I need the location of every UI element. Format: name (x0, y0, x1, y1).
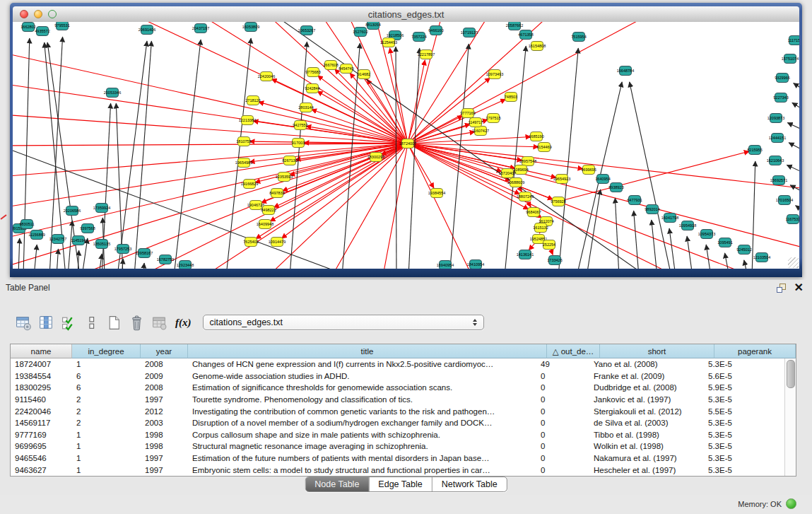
graph-node[interactable]: 8497833 (269, 189, 284, 198)
table-row[interactable]: 969969511998Structural magnetic resonanc… (11, 440, 785, 452)
import-table-icon[interactable] (151, 315, 167, 331)
graph-node[interactable]: 9699695 (581, 165, 596, 175)
table-select[interactable]: citations_edges.txt (203, 315, 484, 330)
graph-node[interactable]: 10954918 (679, 221, 696, 230)
network-canvas[interactable]: 1662802493557297955312069140620437197160… (13, 22, 799, 269)
graph-node[interactable]: 13505135 (93, 240, 110, 249)
select-all-icon[interactable] (61, 315, 77, 331)
graph-node[interactable]: 8454749 (339, 64, 353, 74)
graph-node[interactable]: 14136141 (517, 250, 534, 259)
graph-node[interactable]: 10914479 (269, 238, 286, 247)
show-columns-icon[interactable] (38, 315, 54, 331)
graph-node[interactable]: 19166829 (241, 180, 258, 189)
graph-node[interactable]: 22420046 (258, 72, 275, 81)
graph-node[interactable]: 2803144 (298, 103, 313, 112)
table-options-icon[interactable] (16, 315, 32, 331)
tab-network-table[interactable]: Network Table (433, 477, 507, 491)
graph-node[interactable]: 15692571 (770, 176, 787, 185)
tab-edge-table[interactable]: Edge Table (369, 477, 432, 491)
delete-table-icon[interactable] (129, 315, 145, 331)
graph-node[interactable]: 8813054 (365, 22, 380, 30)
graph-node[interactable]: 10688609 (507, 178, 524, 187)
graph-node[interactable]: 11607427 (472, 127, 489, 136)
tab-node-table[interactable]: Node Table (305, 477, 369, 491)
graph-node[interactable]: 9245012 (736, 245, 751, 255)
graph-node[interactable]: 12342757 (49, 235, 66, 244)
graph-node[interactable]: 748503 (505, 93, 517, 102)
graph-node[interactable]: 1149717 (468, 118, 483, 127)
graph-node[interactable]: 9397568 (80, 224, 95, 233)
graph-node[interactable]: 8498222 (261, 206, 276, 215)
graph-node[interactable]: 9684067 (526, 208, 541, 217)
graph-node[interactable]: 12444151 (769, 134, 786, 143)
graph-node[interactable]: 9227343 (773, 93, 788, 103)
graph-node[interactable]: 16210643 (767, 156, 784, 165)
graph-node[interactable]: 20206586 (64, 206, 81, 216)
graph-node[interactable]: 16940954 (437, 261, 454, 269)
vertical-scrollbar[interactable] (784, 358, 796, 476)
column-header-short[interactable]: short (600, 344, 714, 358)
graph-node[interactable]: 16648784 (617, 66, 634, 76)
graph-node[interactable]: 9154469 (536, 143, 551, 152)
graph-node[interactable]: 1662802 (20, 23, 35, 32)
table-row[interactable]: 1938455462009Genome-wide association stu… (11, 370, 785, 382)
graph-node[interactable]: 19654923 (553, 175, 570, 184)
graph-node[interactable]: 1640954 (595, 175, 610, 184)
column-header-name[interactable]: name (11, 344, 72, 358)
graph-node[interactable]: 16053809 (242, 23, 259, 32)
graph-node[interactable]: 10958167 (136, 249, 153, 258)
graph-node[interactable]: 8938923 (608, 183, 623, 192)
graph-node[interactable]: 9775683 (305, 68, 320, 77)
table-row[interactable]: 1456911722003Disruption of a novel membe… (11, 417, 785, 429)
graph-node[interactable]: 19654985 (235, 158, 252, 168)
table-row[interactable]: 946362711997Embryonic stem cells: a mode… (11, 464, 785, 476)
graph-node[interactable]: 914682 (358, 70, 370, 79)
close-panel-icon[interactable]: ✕ (794, 282, 804, 293)
graph-node[interactable]: 1527602 (353, 28, 367, 37)
graph-node[interactable]: 1095491 (717, 238, 732, 247)
graph-node[interactable]: 917003 (292, 139, 305, 148)
graph-node[interactable]: 16154808 (529, 42, 546, 51)
table-row[interactable]: 946554611997Estimation of the future num… (11, 452, 785, 465)
graph-node[interactable]: 1167533 (785, 215, 799, 224)
graph-node[interactable]: 16409948 (257, 220, 273, 229)
minimize-window-button[interactable] (34, 10, 42, 18)
window-titlebar[interactable]: citations_edges.txt (13, 6, 799, 23)
column-header-title[interactable]: title (188, 344, 547, 358)
graph-node[interactable]: 10973493 (486, 70, 503, 79)
graph-node[interactable]: 12103504 (753, 253, 770, 262)
graph-node[interactable]: 1685190 (529, 132, 543, 141)
graph-node[interactable]: 8215955 (747, 146, 762, 155)
table-row[interactable]: 1830029562008Estimation of significance … (11, 382, 785, 394)
graph-node[interactable]: 18300295 (367, 153, 384, 162)
graph-node[interactable]: 9756928 (551, 197, 565, 206)
graph-node[interactable]: 17359924 (93, 204, 110, 213)
graph-node[interactable]: 12213383 (239, 116, 256, 125)
graph-node[interactable]: 16041798 (661, 214, 678, 223)
column-header-year[interactable]: year (141, 344, 188, 358)
graph-node[interactable]: 12353593 (276, 173, 293, 182)
graph-node[interactable]: 9795531 (54, 22, 69, 30)
graph-node[interactable]: 18957548 (519, 157, 536, 166)
graph-node[interactable]: 10719135 (461, 28, 478, 37)
close-window-button[interactable] (20, 10, 28, 18)
function-builder-icon[interactable]: f(x) (175, 317, 192, 329)
zoom-window-button[interactable] (48, 10, 57, 18)
graph-node[interactable]: 17016504 (776, 196, 793, 205)
graph-node[interactable]: 20691406 (139, 25, 155, 35)
graph-node[interactable]: 7625402 (243, 238, 258, 247)
graph-node[interactable]: 2718126 (245, 96, 260, 105)
graph-node[interactable]: 1117153 (788, 36, 799, 45)
graph-node[interactable]: 18724007 (399, 139, 416, 148)
graph-node[interactable]: 1145194 (71, 236, 86, 245)
graph-node[interactable]: 9777169 (460, 109, 475, 118)
graph-node[interactable]: 4935572 (35, 27, 49, 36)
graph-node[interactable]: 11254493 (380, 38, 397, 47)
graph-node[interactable]: 12217897 (418, 50, 435, 59)
graph-node[interactable]: 10954373 (698, 230, 715, 239)
column-header-out_de[interactable]: △ out_de… (547, 344, 600, 358)
graph-node[interactable]: 252254 (543, 240, 555, 250)
graph-node[interactable]: 1615132 (533, 223, 548, 233)
table-row[interactable]: 2242004622012Investigating the contribut… (11, 405, 785, 417)
graph-node[interactable]: 16782759 (157, 255, 174, 264)
